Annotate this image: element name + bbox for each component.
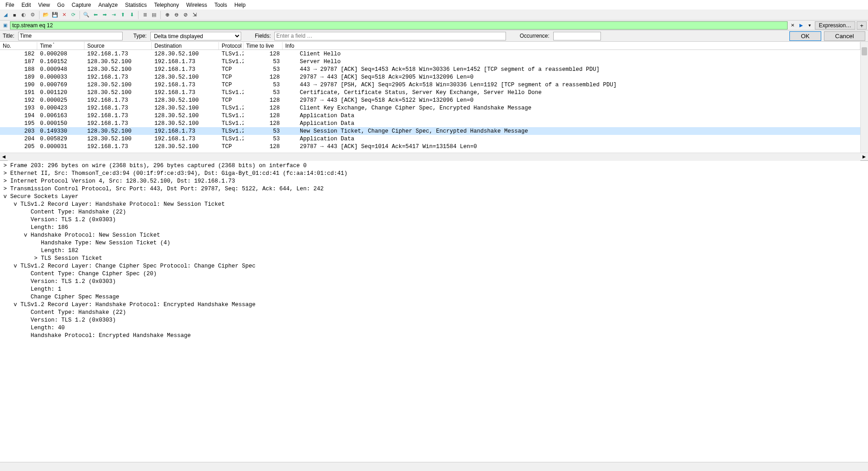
- menu-go[interactable]: Go: [54, 1, 68, 9]
- type-label: Type:: [134, 33, 147, 39]
- type-select[interactable]: Delta time displayed: [150, 32, 241, 40]
- bookmark-filter-icon[interactable]: ▣: [1, 22, 9, 29]
- restart-capture-icon[interactable]: ◐: [20, 11, 28, 19]
- detail-tree-line[interactable]: Content Type: Change Cipher Spec (20): [0, 270, 868, 278]
- sort-indicator-icon: ˄: [52, 42, 55, 46]
- scroll-left-icon[interactable]: ◄: [0, 153, 8, 161]
- ok-button[interactable]: OK: [789, 31, 821, 41]
- go-back-icon[interactable]: ⬅: [91, 11, 99, 19]
- detail-tree-line[interactable]: Handshake Protocol: Encrypted Handshake …: [0, 332, 868, 339]
- open-file-icon[interactable]: 📂: [42, 11, 50, 19]
- detail-tree-line[interactable]: Length: 40: [0, 324, 868, 332]
- detail-tree-line[interactable]: Content Type: Handshake (22): [0, 208, 868, 216]
- scroll-right-icon[interactable]: ►: [860, 153, 868, 161]
- go-to-packet-icon[interactable]: ⇥: [109, 11, 118, 19]
- table-row[interactable]: 1880.000948128.30.52.100192.168.1.73TCP5…: [0, 65, 860, 73]
- table-row[interactable]: 2040.005829128.30.52.100192.168.1.73TLSv…: [0, 135, 860, 143]
- table-row[interactable]: 1820.000208192.168.1.73128.30.52.100TLSv…: [0, 50, 860, 58]
- auto-scroll-icon[interactable]: ≣: [141, 11, 149, 19]
- menu-statistics[interactable]: Statistics: [121, 1, 150, 9]
- packet-details-pane[interactable]: > Frame 203: 296 bytes on wire (2368 bit…: [0, 160, 868, 462]
- table-row[interactable]: 1920.000025192.168.1.73128.30.52.100TCP1…: [0, 96, 860, 104]
- col-header-destination[interactable]: Destination: [152, 42, 219, 50]
- menu-bar: FileEditViewGoCaptureAnalyzeStatisticsTe…: [0, 0, 868, 10]
- filter-dropdown-icon[interactable]: ▾: [806, 22, 813, 29]
- menu-tools[interactable]: Tools: [211, 1, 231, 9]
- col-header-source[interactable]: Source: [84, 42, 152, 50]
- table-row[interactable]: 1910.001120128.30.52.100192.168.1.73TLSv…: [0, 89, 860, 96]
- detail-tree-line[interactable]: Handshake Type: New Session Ticket (4): [0, 239, 868, 247]
- packet-list-pane: No. Time ˄ Source Destination Protocol T…: [0, 42, 868, 153]
- menu-analyze[interactable]: Analyze: [95, 1, 122, 9]
- detail-tree-line[interactable]: > Ethernet II, Src: ThomsonT_ce:d3:94 (0…: [0, 169, 868, 177]
- filter-expression-button[interactable]: Expression…: [815, 21, 855, 30]
- detail-tree-line[interactable]: Length: 182: [0, 247, 868, 254]
- table-row[interactable]: 2050.000031192.168.1.73128.30.52.100TCP1…: [0, 143, 860, 150]
- packet-list-vscrollbar[interactable]: [860, 42, 868, 153]
- col-header-time[interactable]: Time ˄: [37, 42, 84, 50]
- detail-tree-line[interactable]: Length: 1: [0, 285, 868, 293]
- detail-tree-line[interactable]: Length: 186: [0, 223, 868, 231]
- find-icon[interactable]: 🔍: [82, 11, 90, 19]
- col-header-protocol[interactable]: Protocol: [219, 42, 243, 50]
- occurrence-label: Occurrence:: [520, 33, 549, 39]
- table-row[interactable]: 1870.160152128.30.52.100192.168.1.73TLSv…: [0, 58, 860, 65]
- detail-tree-line[interactable]: Content Type: Handshake (22): [0, 308, 868, 316]
- fields-input[interactable]: [274, 32, 506, 40]
- detail-tree-line[interactable]: Version: TLS 1.2 (0x0303): [0, 278, 868, 285]
- reload-icon[interactable]: ⟳: [69, 11, 77, 19]
- detail-tree-line[interactable]: v Handshake Protocol: New Session Ticket: [0, 231, 868, 239]
- go-first-icon[interactable]: ⬆: [119, 11, 127, 19]
- go-forward-icon[interactable]: ➡: [100, 11, 109, 19]
- menu-edit[interactable]: Edit: [18, 1, 35, 9]
- detail-tree-line[interactable]: > Frame 203: 296 bytes on wire (2368 bit…: [0, 162, 868, 169]
- clear-filter-icon[interactable]: ✕: [789, 22, 796, 29]
- stop-capture-icon[interactable]: ■: [10, 11, 19, 19]
- main-toolbar: ◢■◐⚙📂💾✕⟳🔍⬅➡⇥⬆⬇≣▤⊕⊖⊘⇲: [0, 10, 868, 20]
- zoom-in-icon[interactable]: ⊕: [163, 11, 171, 19]
- detail-tree-line[interactable]: Version: TLS 1.2 (0x0303): [0, 216, 868, 223]
- packet-list-hscrollbar[interactable]: ◄ ►: [0, 153, 868, 160]
- table-row[interactable]: 2030.149330128.30.52.100192.168.1.73TLSv…: [0, 127, 860, 135]
- apply-filter-icon[interactable]: ▶: [798, 22, 805, 29]
- col-header-no[interactable]: No.: [0, 42, 37, 50]
- table-row[interactable]: 1950.000150192.168.1.73128.30.52.100TLSv…: [0, 119, 860, 127]
- menu-file[interactable]: File: [2, 1, 18, 9]
- menu-telephony[interactable]: Telephony: [150, 1, 183, 9]
- go-last-icon[interactable]: ⬇: [128, 11, 136, 19]
- detail-tree-line[interactable]: v TLSv1.2 Record Layer: Handshake Protoc…: [0, 200, 868, 208]
- table-row[interactable]: 1890.000033192.168.1.73128.30.52.100TCP1…: [0, 73, 860, 81]
- menu-help[interactable]: Help: [231, 1, 249, 9]
- menu-view[interactable]: View: [35, 1, 54, 9]
- detail-tree-line[interactable]: Change Cipher Spec Message: [0, 293, 868, 301]
- display-filter-bar: ▣ ✕ ▶ ▾ Expression… +: [0, 20, 868, 30]
- save-file-icon[interactable]: 💾: [51, 11, 59, 19]
- packet-list-body[interactable]: 1820.000208192.168.1.73128.30.52.100TLSv…: [0, 50, 860, 150]
- detail-tree-line[interactable]: v Secure Sockets Layer: [0, 193, 868, 200]
- zoom-reset-icon[interactable]: ⊘: [181, 11, 189, 19]
- col-header-ttl[interactable]: Time to live: [243, 42, 283, 50]
- table-row[interactable]: 1940.006163192.168.1.73128.30.52.100TLSv…: [0, 112, 860, 119]
- detail-tree-line[interactable]: > Internet Protocol Version 4, Src: 128.…: [0, 177, 868, 185]
- capture-options-icon[interactable]: ⚙: [29, 11, 37, 19]
- menu-capture[interactable]: Capture: [68, 1, 95, 9]
- col-header-info[interactable]: Info: [283, 42, 860, 50]
- colorize-icon[interactable]: ▤: [150, 11, 158, 19]
- zoom-out-icon[interactable]: ⊖: [172, 11, 180, 19]
- occurrence-input[interactable]: [553, 32, 601, 40]
- add-filter-button[interactable]: +: [857, 21, 867, 30]
- detail-tree-line[interactable]: v TLSv1.2 Record Layer: Change Cipher Sp…: [0, 262, 868, 270]
- detail-tree-line[interactable]: Version: TLS 1.2 (0x0303): [0, 316, 868, 324]
- detail-tree-line[interactable]: > TLS Session Ticket: [0, 254, 868, 262]
- cancel-button[interactable]: Cancel: [824, 31, 866, 41]
- display-filter-input[interactable]: [10, 21, 788, 30]
- shark-fin-icon[interactable]: ◢: [1, 11, 10, 19]
- title-input[interactable]: [18, 32, 123, 40]
- table-row[interactable]: 1900.000769128.30.52.100192.168.1.73TCP5…: [0, 81, 860, 89]
- detail-tree-line[interactable]: v TLSv1.2 Record Layer: Handshake Protoc…: [0, 301, 868, 308]
- resize-columns-icon[interactable]: ⇲: [190, 11, 198, 19]
- close-file-icon[interactable]: ✕: [60, 11, 68, 19]
- detail-tree-line[interactable]: > Transmission Control Protocol, Src Por…: [0, 185, 868, 193]
- menu-wireless[interactable]: Wireless: [183, 1, 211, 9]
- table-row[interactable]: 1930.000423192.168.1.73128.30.52.100TLSv…: [0, 104, 860, 112]
